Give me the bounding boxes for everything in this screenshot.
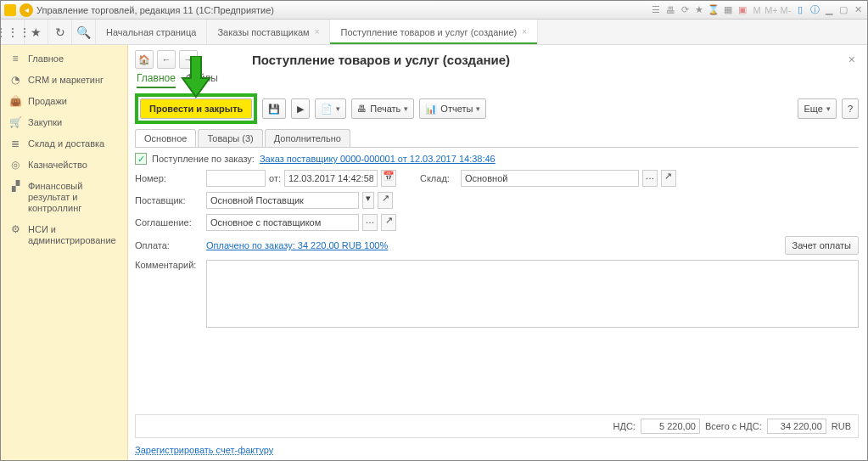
sidebar-item-treasury[interactable]: ◎Казначейство <box>1 155 127 176</box>
sys-m[interactable]: M- <box>780 4 792 16</box>
offset-button[interactable]: Зачет оплаты <box>785 236 859 255</box>
store-input[interactable] <box>461 170 639 187</box>
form: ✓ Поступление по заказу: Заказ поставщик… <box>135 153 859 333</box>
tab-receipt[interactable]: Поступление товаров и услуг (создание)× <box>330 20 538 44</box>
chevron-down-icon[interactable]: ▾ <box>362 192 374 209</box>
comment-input[interactable] <box>206 260 859 328</box>
open-button[interactable]: ↗ <box>661 170 676 187</box>
save-button[interactable]: 💾 <box>262 98 286 119</box>
nds-label: НДС: <box>613 421 636 431</box>
total-label: Всего с НДС: <box>705 421 762 431</box>
innertab-goods[interactable]: Товары (3) <box>198 129 262 147</box>
calendar-icon[interactable]: 📅 <box>381 170 396 187</box>
pie-icon: ◔ <box>9 75 21 86</box>
print-button[interactable]: 🖶 Печать▾ <box>351 98 414 119</box>
sidebar-item-nsi[interactable]: ⚙НСИ и администрирование <box>1 219 127 251</box>
favorite-icon[interactable]: ★ <box>25 20 48 44</box>
order-label: Поступление по заказу: <box>152 154 255 164</box>
close-icon[interactable]: × <box>522 27 527 37</box>
sys-icon[interactable]: ☰ <box>650 4 662 16</box>
reports-button[interactable]: 📊 Отчеты▾ <box>419 98 486 119</box>
nav-back-button[interactable]: ◂ <box>20 3 33 17</box>
number-input[interactable] <box>206 170 266 187</box>
more-button[interactable]: Еще▾ <box>798 98 836 119</box>
inner-tabs: Основное Товары (3) Дополнительно <box>135 129 859 148</box>
sys-icon[interactable]: ⌛ <box>708 4 720 16</box>
stack-icon: ≣ <box>9 138 21 149</box>
apps-icon[interactable]: ⋮⋮⋮ <box>1 20 25 44</box>
gear-icon: ⚙ <box>9 224 21 235</box>
agreement-label: Соглашение: <box>135 217 203 228</box>
minimize-button[interactable]: ▁ <box>823 4 835 16</box>
sys-icon[interactable]: ▯ <box>794 4 806 16</box>
bag-icon: 👜 <box>9 96 21 107</box>
history-icon[interactable]: ↻ <box>48 20 72 44</box>
toolbar: Провести и закрыть 💾 ▶ 📄▾ 🖶 Печать▾ 📊 От… <box>135 93 859 124</box>
sys-m[interactable]: M+ <box>765 4 777 16</box>
page-subtabs: Главное Файлы <box>135 72 859 88</box>
innertab-main[interactable]: Основное <box>135 129 196 147</box>
sidebar-item-purch[interactable]: 🛒Закупки <box>1 112 127 133</box>
create-from-button[interactable]: 📄▾ <box>315 98 346 119</box>
store-label: Склад: <box>420 173 457 183</box>
window-title: Управление торговлей, редакция 11 (1С:Пр… <box>36 5 650 15</box>
sidebar-item-fin[interactable]: ▞Финансовый результат и контроллинг <box>1 176 127 219</box>
menu-icon: ≡ <box>9 53 21 65</box>
dots-button[interactable]: … <box>642 170 658 187</box>
agreement-input[interactable] <box>206 214 359 231</box>
info-icon[interactable]: ⓘ <box>809 4 820 16</box>
sys-icon[interactable]: ▦ <box>722 4 734 16</box>
sys-icon[interactable]: ★ <box>693 4 705 16</box>
supplier-label: Поставщик: <box>135 195 203 205</box>
back-button[interactable]: ← <box>157 50 176 69</box>
system-buttons: ☰ 🖶 ⟳ ★ ⌛ ▦ ▣ M M+ M- ▯ ⓘ ▁ ▢ ✕ <box>650 4 864 16</box>
comment-label: Комментарий: <box>135 260 203 270</box>
maximize-button[interactable]: ▢ <box>837 4 849 16</box>
post-close-button[interactable]: Провести и закрыть <box>140 98 252 119</box>
sys-icon[interactable]: 🖶 <box>664 4 676 16</box>
innertab-extra[interactable]: Дополнительно <box>265 129 350 147</box>
sidebar-item-stock[interactable]: ≣Склад и доставка <box>1 133 127 155</box>
sys-m[interactable]: M <box>751 4 763 16</box>
total-value: 34 220,00 <box>767 419 826 434</box>
home-button[interactable]: 🏠 <box>135 50 154 69</box>
tab-orders[interactable]: Заказы поставщикам× <box>207 20 330 44</box>
order-link[interactable]: Заказ поставщику 0000-000001 от 12.03.20… <box>260 154 496 164</box>
date-input[interactable] <box>284 170 378 187</box>
highlight-box: Провести и закрыть <box>135 93 257 124</box>
register-invoice-link[interactable]: Зарегистрировать счет-фактуру <box>135 445 273 455</box>
close-button[interactable]: ✕ <box>852 4 864 16</box>
chart-icon: ▞ <box>9 181 21 192</box>
supplier-input[interactable] <box>206 192 359 209</box>
coins-icon: ◎ <box>9 160 21 171</box>
nds-value: 5 220,00 <box>641 419 700 434</box>
sidebar: ≡Главное ◔CRM и маркетинг 👜Продажи 🛒Заку… <box>1 45 128 460</box>
sidebar-item-crm[interactable]: ◔CRM и маркетинг <box>1 70 127 91</box>
number-label: Номер: <box>135 173 203 183</box>
arrow-icon <box>179 56 213 98</box>
help-button[interactable]: ? <box>842 98 859 119</box>
subtab-main[interactable]: Главное <box>137 72 176 88</box>
close-page-button[interactable]: × <box>845 53 859 66</box>
close-icon[interactable]: × <box>315 27 320 37</box>
payment-label: Оплата: <box>135 240 203 250</box>
titlebar: ◂ Управление торговлей, редакция 11 (1С:… <box>1 1 867 20</box>
post-button[interactable]: ▶ <box>291 98 310 119</box>
order-checkbox[interactable]: ✓ <box>135 153 147 165</box>
open-button[interactable]: ↗ <box>381 214 396 231</box>
sidebar-item-main[interactable]: ≡Главное <box>1 48 127 70</box>
tab-home[interactable]: Начальная страница <box>96 20 207 44</box>
footer: НДС: 5 220,00 Всего с НДС: 34 220,00 RUB… <box>135 414 859 455</box>
dots-button[interactable]: … <box>362 214 378 231</box>
ot-label: от: <box>269 173 281 183</box>
open-button[interactable]: ↗ <box>378 192 393 209</box>
sys-icon[interactable]: ▣ <box>736 4 748 16</box>
sys-icon[interactable]: ⟳ <box>679 4 691 16</box>
search-icon[interactable]: 🔍 <box>72 20 96 44</box>
sidebar-item-sales[interactable]: 👜Продажи <box>1 91 127 112</box>
content: 🏠 ← → Поступление товаров и услуг (созда… <box>128 45 867 460</box>
tabbar: ⋮⋮⋮ ★ ↻ 🔍 Начальная страница Заказы пост… <box>1 20 867 45</box>
page-title: Поступление товаров и услуг (создание) <box>252 53 510 67</box>
app-logo <box>4 4 16 16</box>
payment-link[interactable]: Оплачено по заказу: 34 220,00 RUB 100% <box>206 240 388 250</box>
